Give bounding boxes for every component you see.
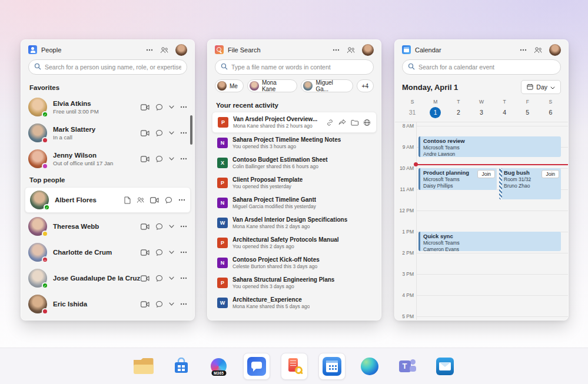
event-contoso-review[interactable]: Contoso review Microsoft Teams Andre Law… xyxy=(418,136,561,157)
person-row[interactable]: Elvia Atkins Free until 3:00 PM xyxy=(21,94,194,120)
video-call-icon[interactable] xyxy=(141,223,150,230)
taskbar-microsoft-store[interactable] xyxy=(168,353,195,380)
copy-link-icon[interactable] xyxy=(326,119,334,126)
file-row-selected[interactable]: P Van Arsdel Project Overview... Mona Ka… xyxy=(212,112,377,133)
taskbar-file-explorer[interactable] xyxy=(130,353,157,380)
file-row[interactable]: P Client Proposal Template You opened th… xyxy=(212,173,377,193)
user-avatar[interactable] xyxy=(175,44,187,56)
day-cell[interactable]: 4 xyxy=(493,106,516,118)
chevron-down-icon[interactable] xyxy=(169,157,174,161)
open-folder-icon[interactable] xyxy=(351,119,358,126)
more-options-icon[interactable] xyxy=(146,49,153,51)
chat-icon[interactable] xyxy=(155,103,163,111)
file-search-bar[interactable] xyxy=(215,59,374,75)
taskbar-outlook[interactable] xyxy=(431,353,459,380)
person-row[interactable]: Jose Guadalupe De la Cruz xyxy=(21,265,194,291)
file-row[interactable]: N Sahara Project Timeline Gantt Miguel G… xyxy=(212,193,377,213)
people-directory-icon[interactable] xyxy=(534,46,542,54)
taskbar-file-search-app[interactable] xyxy=(281,353,308,380)
video-call-icon[interactable] xyxy=(141,156,150,162)
event-bug-bush[interactable]: Bug bush Room 31/32 Bruno Zhao Join xyxy=(499,168,561,199)
more-icon[interactable] xyxy=(178,199,185,201)
chat-icon[interactable] xyxy=(155,155,163,163)
event-product-planning[interactable]: Product planning Microsoft Teams Daisy P… xyxy=(418,168,497,190)
user-avatar[interactable] xyxy=(362,44,374,56)
taskbar-teams[interactable]: T xyxy=(394,353,421,380)
join-button[interactable]: Join xyxy=(477,170,495,178)
people-search-bar[interactable] xyxy=(28,59,187,75)
people-search-input[interactable] xyxy=(45,64,181,71)
day-schedule-grid[interactable]: 8 AM 9 AM 10 AM 11 AM 12 PM 1 PM 2 PM 3 … xyxy=(395,122,568,320)
org-chart-icon[interactable] xyxy=(137,196,144,203)
chevron-down-icon[interactable] xyxy=(169,105,174,109)
chevron-down-icon[interactable] xyxy=(169,251,174,254)
video-call-icon[interactable] xyxy=(141,130,150,136)
chat-icon[interactable] xyxy=(155,249,163,256)
filter-chip-miguel[interactable]: Miguel Ga... xyxy=(301,79,353,92)
favorites-heading: Favorites xyxy=(21,79,194,94)
chat-icon[interactable] xyxy=(155,129,163,137)
video-call-icon[interactable] xyxy=(141,301,150,308)
filter-chip-me[interactable]: Me xyxy=(215,79,244,92)
calendar-search-bar[interactable] xyxy=(402,59,561,75)
more-icon[interactable] xyxy=(180,277,187,279)
day-cell[interactable]: 3 xyxy=(470,106,493,118)
taskbar-calendar-app[interactable] xyxy=(318,353,346,380)
day-cell[interactable]: 31 xyxy=(401,106,424,118)
chevron-down-icon[interactable] xyxy=(169,131,174,135)
more-icon[interactable] xyxy=(180,132,187,134)
more-options-icon[interactable] xyxy=(333,49,340,51)
day-cell[interactable]: 5 xyxy=(516,106,539,118)
day-cell[interactable]: 2 xyxy=(447,106,470,118)
view-selector-button[interactable]: Day xyxy=(521,80,561,94)
chat-icon[interactable] xyxy=(155,300,163,308)
day-cell[interactable]: 6 xyxy=(539,106,562,118)
chevron-down-icon[interactable] xyxy=(169,225,174,228)
more-icon[interactable] xyxy=(180,106,187,108)
video-call-icon[interactable] xyxy=(141,104,150,111)
file-row[interactable]: P Architectural Safety Protocols Manual … xyxy=(212,233,377,253)
video-call-icon[interactable] xyxy=(150,197,159,203)
join-button[interactable]: Join xyxy=(542,170,559,178)
file-row[interactable]: N Sahara Project Timeline Meeting Notes … xyxy=(212,133,377,153)
scrollbar-thumb[interactable] xyxy=(190,115,192,145)
calendar-search-input[interactable] xyxy=(418,64,555,71)
file-row[interactable]: X Contoso Budget Estimation Sheet Colin … xyxy=(212,153,377,173)
file-search-input[interactable] xyxy=(231,64,368,71)
filter-chip-mona-kane[interactable]: Mona Kane xyxy=(247,79,297,92)
video-call-icon[interactable] xyxy=(141,249,150,256)
taskbar-edge[interactable] xyxy=(356,353,383,380)
file-row[interactable]: N Contoso Project Kick-off Notes Celeste… xyxy=(212,253,377,273)
share-icon[interactable] xyxy=(338,119,346,126)
file-row[interactable]: P Sahara Structural Engineering Plans Yo… xyxy=(212,273,377,293)
event-quick-sync[interactable]: Quick sync Microsoft Teams Cameron Evans xyxy=(418,232,561,251)
more-options-icon[interactable] xyxy=(520,49,527,51)
chat-icon[interactable] xyxy=(165,196,172,204)
day-cell-selected[interactable]: 1 xyxy=(424,106,447,118)
chat-icon[interactable] xyxy=(155,275,163,282)
person-row[interactable]: Theresa Webb xyxy=(21,213,194,239)
more-icon[interactable] xyxy=(180,251,187,253)
chevron-down-icon[interactable] xyxy=(169,302,174,306)
taskbar-people-app[interactable] xyxy=(243,353,270,380)
open-in-browser-icon[interactable] xyxy=(363,119,371,126)
taskbar-m365[interactable]: M365 xyxy=(205,353,232,380)
more-icon[interactable] xyxy=(180,158,187,160)
more-icon[interactable] xyxy=(180,225,187,228)
people-directory-icon[interactable] xyxy=(160,46,168,54)
file-row[interactable]: W Van Arsdel Interior Design Specificati… xyxy=(212,213,377,233)
chevron-down-icon[interactable] xyxy=(169,276,174,280)
person-row-selected[interactable]: Albert Flores xyxy=(25,187,191,213)
person-row[interactable]: Charlotte de Crum xyxy=(21,239,194,265)
video-call-icon[interactable] xyxy=(141,275,150,282)
person-row[interactable]: Mark Slattery In a call xyxy=(21,120,194,146)
chat-icon[interactable] xyxy=(155,223,163,231)
person-row[interactable]: Eric Ishida xyxy=(21,291,194,317)
document-icon[interactable] xyxy=(124,196,131,204)
user-avatar[interactable] xyxy=(549,44,561,56)
filter-chip-more[interactable]: +4 xyxy=(357,79,374,92)
people-directory-icon[interactable] xyxy=(347,46,355,54)
file-row[interactable]: W Architecture_Experience Mona Kane shar… xyxy=(212,293,377,313)
more-icon[interactable] xyxy=(180,303,187,305)
person-row[interactable]: Jenny Wilson Out of office until 17 Jan xyxy=(21,146,194,172)
